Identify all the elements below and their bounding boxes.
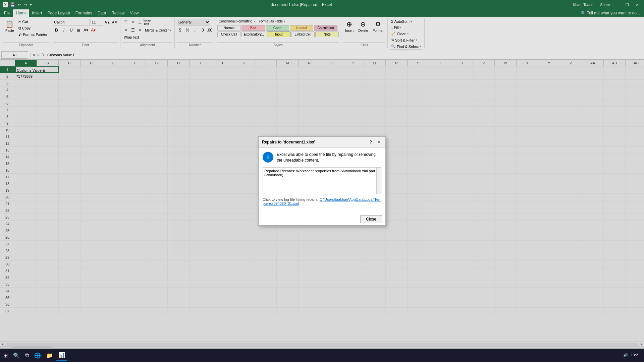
clock-time: 13:21 xyxy=(631,353,640,358)
dialog-message: Excel was able to open the file by repai… xyxy=(277,152,381,163)
taskbar-right: 🔊 13:21 xyxy=(623,353,643,358)
windows-icon: ⊞ xyxy=(3,352,8,359)
dialog-title: Repairs to 'document1.xlsx' xyxy=(262,140,315,144)
log-file-label: Click to view log file listing repairs: xyxy=(263,197,319,201)
file-explorer-btn[interactable]: 📁 xyxy=(44,349,55,361)
dialog-body: i Excel was able to open the file by rep… xyxy=(259,148,385,213)
task-view-btn[interactable]: ⧉ xyxy=(23,349,31,361)
dialog-content-box[interactable]: Repaired Records: Worksheet properties f… xyxy=(263,167,381,194)
excel-taskbar-icon: 📊 xyxy=(58,352,65,358)
search-taskbar-icon: 🔍 xyxy=(13,352,20,359)
dialog-close-button[interactable]: Close xyxy=(360,215,382,223)
dialog-help-btn[interactable]: ? xyxy=(367,139,374,145)
dialog-title-buttons: ? ✕ xyxy=(367,139,382,145)
dialog-overlay: Repairs to 'document1.xlsx' ? ✕ i Excel … xyxy=(0,0,644,362)
repaired-records-text: Repaired Records: Worksheet properties f… xyxy=(264,169,375,177)
edge-icon: 🌐 xyxy=(34,352,41,359)
search-btn[interactable]: 🔍 xyxy=(11,349,22,361)
dialog-log-row: Click to view log file listing repairs: … xyxy=(263,197,381,205)
dialog-info-row: i Excel was able to open the file by rep… xyxy=(263,152,381,163)
info-icon: i xyxy=(263,152,273,163)
dialog-scrollbar[interactable] xyxy=(376,168,381,194)
system-icons: 🔊 xyxy=(623,353,628,357)
dialog-close-x-btn[interactable]: ✕ xyxy=(375,139,382,145)
dialog-title-bar: Repairs to 'document1.xlsx' ? ✕ xyxy=(259,137,385,148)
repair-dialog: Repairs to 'document1.xlsx' ? ✕ i Excel … xyxy=(258,136,386,226)
start-button[interactable]: ⊞ xyxy=(1,349,10,361)
folder-icon: 📁 xyxy=(46,352,53,359)
task-view-icon: ⧉ xyxy=(25,352,29,358)
dialog-footer: Close xyxy=(259,213,385,225)
taskbar-clock[interactable]: 13:21 xyxy=(631,353,640,358)
edge-btn[interactable]: 🌐 xyxy=(32,349,43,361)
excel-taskbar-btn[interactable]: 📊 xyxy=(56,349,67,361)
taskbar: ⊞ 🔍 ⧉ 🌐 📁 📊 🔊 13:21 xyxy=(0,349,644,362)
